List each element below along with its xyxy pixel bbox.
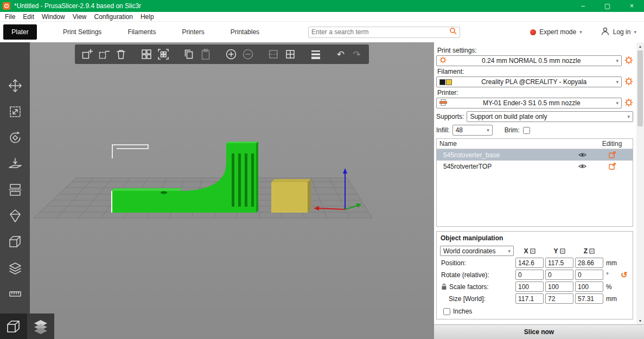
redo-icon[interactable]: ↷ xyxy=(351,48,362,61)
variable-layer-height-icon[interactable] xyxy=(310,48,322,61)
print-profile-icon xyxy=(439,56,447,65)
object-row-base[interactable]: 545rotoverter_base xyxy=(437,149,633,161)
position-x-input[interactable] xyxy=(515,258,544,268)
arrange-icon[interactable] xyxy=(141,48,152,61)
coordinates-value: World coordinates xyxy=(443,247,506,255)
inches-checkbox[interactable] xyxy=(443,308,450,315)
copy-icon[interactable] xyxy=(183,48,195,61)
expert-mode-selector[interactable]: Expert mode ▾ xyxy=(530,28,582,36)
menu-file[interactable]: File xyxy=(1,13,19,21)
move-tool-icon[interactable] xyxy=(4,77,27,94)
scroll-up-icon[interactable]: ▲ xyxy=(636,42,644,50)
size-z-input[interactable] xyxy=(575,293,603,304)
rotate-x-input[interactable] xyxy=(515,270,544,280)
eye-icon[interactable] xyxy=(573,152,591,158)
3d-editor-view-icon[interactable] xyxy=(0,314,27,339)
cut-tool-icon[interactable] xyxy=(4,181,27,198)
paint-supports-tool-icon[interactable] xyxy=(4,207,27,224)
edit-object-icon[interactable] xyxy=(591,163,633,170)
split-objects-icon[interactable] xyxy=(267,48,279,61)
menu-view[interactable]: View xyxy=(69,13,91,21)
rotate-z-input[interactable] xyxy=(575,270,603,280)
measure-tool-icon[interactable] xyxy=(4,285,27,302)
size-x-input[interactable] xyxy=(515,293,544,304)
scene-canvas[interactable] xyxy=(30,42,434,339)
scale-label: Scale factors: xyxy=(440,283,514,291)
menu-edit[interactable]: Edit xyxy=(19,13,38,21)
tab-filaments[interactable]: Filaments xyxy=(114,28,169,36)
login-label: Log in xyxy=(613,28,631,36)
split-parts-icon[interactable] xyxy=(284,48,296,61)
remove-object-icon[interactable] xyxy=(98,48,110,61)
printer-gear-icon[interactable] xyxy=(624,98,633,108)
position-y-input[interactable] xyxy=(545,258,573,268)
add-object-icon[interactable] xyxy=(81,48,93,61)
place-on-face-tool-icon[interactable] xyxy=(4,155,27,172)
tab-printables[interactable]: Printables xyxy=(218,28,272,36)
rotate-y-input[interactable] xyxy=(545,270,573,280)
tab-plater[interactable]: Plater xyxy=(3,24,37,40)
menu-help[interactable]: Help xyxy=(137,13,158,21)
scale-y-input[interactable] xyxy=(545,282,573,292)
minimize-button[interactable]: – xyxy=(571,0,595,12)
tab-print-settings[interactable]: Print Settings xyxy=(50,28,114,36)
coordinates-combo[interactable]: World coordinates ▾ xyxy=(440,246,514,256)
supports-combo[interactable]: Support on build plate only ▾ xyxy=(467,111,633,122)
add-instance-icon[interactable] xyxy=(225,48,237,61)
scale-tool-icon[interactable] xyxy=(4,103,27,120)
object-545rotverter-top[interactable] xyxy=(271,179,311,213)
mmu-painting-tool-icon[interactable] xyxy=(4,259,27,276)
search-box[interactable] xyxy=(308,27,460,38)
scroll-down-icon[interactable]: ▼ xyxy=(636,317,644,324)
scrollbar-thumb[interactable] xyxy=(637,50,643,126)
reset-rotation-icon[interactable]: ↺ xyxy=(621,271,629,279)
filament-label: Filament: xyxy=(437,68,633,75)
object-row-top[interactable]: 545rotverterTOP xyxy=(437,161,633,172)
object-name: 545rotoverter_base xyxy=(443,151,573,159)
chevron-down-icon: ▾ xyxy=(579,29,582,35)
paste-icon[interactable] xyxy=(200,48,212,61)
3d-viewport[interactable]: ↶ ↷ xyxy=(30,42,434,339)
search-input[interactable] xyxy=(311,28,449,36)
filament-combo[interactable]: Creality PLA @CREALITY - Kopyala ▾ xyxy=(436,76,622,87)
scale-x-input[interactable] xyxy=(515,282,544,292)
rotate-tool-icon[interactable] xyxy=(4,129,27,146)
menu-window[interactable]: Window xyxy=(38,13,69,21)
search-icon[interactable] xyxy=(449,27,457,37)
login-button[interactable]: Log in ▾ xyxy=(601,27,636,38)
lock-icon[interactable] xyxy=(441,283,447,290)
arrange-selection-icon[interactable] xyxy=(157,48,169,61)
rotate-label: Rotate (relative): xyxy=(440,271,514,279)
delete-all-icon[interactable] xyxy=(115,48,127,61)
filament-gear-icon[interactable] xyxy=(624,77,633,87)
slice-now-button[interactable]: Slice now xyxy=(434,324,644,339)
printer-combo[interactable]: MY-01 Ender-3 S1 0.5 mm nozzle ▾ xyxy=(436,98,622,108)
axis-edit-icon xyxy=(560,248,565,254)
remove-instance-icon[interactable] xyxy=(242,48,254,61)
maximize-button[interactable]: ▢ xyxy=(595,0,620,12)
column-editing: Editing xyxy=(591,140,633,148)
print-settings-combo[interactable]: 0.24 mm NORMAL 0.5 mm nozzle ▾ xyxy=(436,55,622,66)
close-button[interactable]: × xyxy=(620,0,644,12)
size-y-input[interactable] xyxy=(545,293,573,304)
undo-icon[interactable]: ↶ xyxy=(335,48,347,61)
brim-checkbox[interactable] xyxy=(523,127,530,134)
user-icon xyxy=(601,27,610,38)
object-manipulation-panel: Object manipulation World coordinates ▾ … xyxy=(436,231,633,319)
seam-painting-tool-icon[interactable] xyxy=(4,233,27,250)
scale-z-input[interactable] xyxy=(575,282,603,292)
tab-printers[interactable]: Printers xyxy=(169,28,217,36)
print-settings-value: 0.24 mm NORMAL 0.5 mm nozzle xyxy=(449,57,614,65)
preview-layers-view-icon[interactable] xyxy=(27,314,54,339)
position-z-input[interactable] xyxy=(575,258,603,268)
panel-scrollbar[interactable]: ▲ ▼ xyxy=(636,42,644,324)
edit-object-icon[interactable] xyxy=(591,151,633,158)
top-toolbar: ↶ ↷ xyxy=(75,44,369,64)
tab-bar: Plater Print Settings Filaments Printers… xyxy=(0,22,644,42)
eye-icon[interactable] xyxy=(573,163,591,169)
chevron-down-icon: ▾ xyxy=(616,58,619,63)
print-settings-gear-icon[interactable] xyxy=(624,56,633,66)
menu-configuration[interactable]: Configuration xyxy=(91,13,137,21)
axis-y-header: Y xyxy=(545,247,573,255)
infill-combo[interactable]: 48 ▾ xyxy=(452,125,493,136)
